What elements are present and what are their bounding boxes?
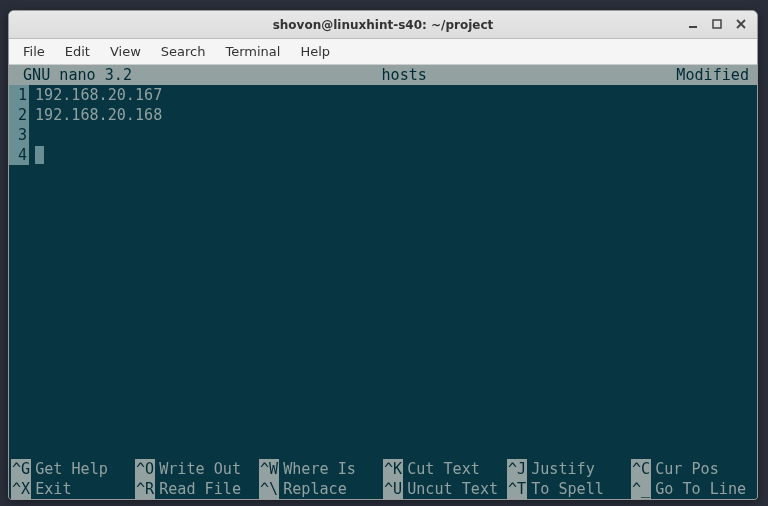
svg-rect-0 (689, 26, 697, 28)
maximize-button[interactable] (705, 13, 729, 35)
titlebar[interactable]: shovon@linuxhint-s40: ~/project (9, 11, 757, 39)
shortcut-key: ^G (11, 459, 31, 479)
line-number: 2 (9, 105, 29, 125)
nano-shortcut: ^XExit (11, 479, 135, 499)
shortcut-key: ^K (383, 459, 403, 479)
nano-filename: hosts (132, 65, 676, 85)
minimize-button[interactable] (681, 13, 705, 35)
shortcut-key: ^\ (259, 479, 279, 499)
shortcut-label: Replace (279, 479, 347, 499)
editor-area[interactable]: 1192.168.20.1672192.168.20.16834 (9, 85, 757, 459)
line-number: 3 (9, 125, 29, 145)
nano-shortcut: ^UUncut Text (383, 479, 507, 499)
nano-shortcut: ^\Replace (259, 479, 383, 499)
nano-shortcut: ^GGet Help (11, 459, 135, 479)
editor-line[interactable]: 1192.168.20.167 (9, 85, 757, 105)
nano-shortcut: ^OWrite Out (135, 459, 259, 479)
menu-file[interactable]: File (13, 41, 55, 62)
menu-terminal[interactable]: Terminal (215, 41, 290, 62)
nano-shortcut: ^TTo Spell (507, 479, 631, 499)
shortcut-label: Get Help (31, 459, 108, 479)
nano-shortcut: ^_Go To Line (631, 479, 755, 499)
shortcut-label: Where Is (279, 459, 356, 479)
nano-footer: ^GGet Help^OWrite Out^WWhere Is^KCut Tex… (9, 459, 757, 499)
maximize-icon (712, 19, 722, 29)
menubar: File Edit View Search Terminal Help (9, 39, 757, 65)
menu-view[interactable]: View (100, 41, 151, 62)
shortcut-key: ^O (135, 459, 155, 479)
nano-shortcut: ^CCur Pos (631, 459, 755, 479)
nano-version: GNU nano 3.2 (13, 65, 132, 85)
editor-line[interactable]: 2192.168.20.168 (9, 105, 757, 125)
text-cursor (35, 146, 44, 164)
editor-line[interactable]: 4 (9, 145, 757, 165)
close-button[interactable] (729, 13, 753, 35)
shortcut-label: Exit (31, 479, 71, 499)
menu-search[interactable]: Search (151, 41, 216, 62)
terminal-area[interactable]: GNU nano 3.2 hosts Modified 1192.168.20.… (9, 65, 757, 499)
footer-row-1: ^GGet Help^OWrite Out^WWhere Is^KCut Tex… (11, 459, 755, 479)
line-text: 192.168.20.168 (29, 105, 162, 125)
menu-help[interactable]: Help (290, 41, 340, 62)
shortcut-label: Write Out (155, 459, 241, 479)
shortcut-label: Justify (527, 459, 595, 479)
minimize-icon (688, 19, 698, 29)
nano-header: GNU nano 3.2 hosts Modified (9, 65, 757, 85)
line-text: 192.168.20.167 (29, 85, 162, 105)
nano-shortcut: ^WWhere Is (259, 459, 383, 479)
terminal-window: shovon@linuxhint-s40: ~/project File Edi… (8, 10, 758, 500)
shortcut-label: To Spell (527, 479, 604, 499)
nano-shortcut: ^RRead File (135, 479, 259, 499)
shortcut-key: ^R (135, 479, 155, 499)
shortcut-label: Go To Line (651, 479, 746, 499)
shortcut-key: ^T (507, 479, 527, 499)
shortcut-key: ^J (507, 459, 527, 479)
close-icon (736, 19, 746, 29)
svg-rect-1 (713, 20, 721, 28)
footer-row-2: ^XExit^RRead File^\Replace^UUncut Text^T… (11, 479, 755, 499)
nano-modified: Modified (676, 65, 753, 85)
line-number: 4 (9, 145, 29, 165)
shortcut-label: Cut Text (403, 459, 480, 479)
nano-shortcut: ^JJustify (507, 459, 631, 479)
shortcut-label: Uncut Text (403, 479, 498, 499)
window-title: shovon@linuxhint-s40: ~/project (273, 18, 494, 32)
line-number: 1 (9, 85, 29, 105)
shortcut-key: ^W (259, 459, 279, 479)
shortcut-key: ^U (383, 479, 403, 499)
window-controls (681, 13, 753, 35)
nano-shortcut: ^KCut Text (383, 459, 507, 479)
line-text (29, 125, 35, 145)
shortcut-key: ^C (631, 459, 651, 479)
line-text (29, 145, 44, 165)
shortcut-key: ^X (11, 479, 31, 499)
editor-line[interactable]: 3 (9, 125, 757, 145)
menu-edit[interactable]: Edit (55, 41, 100, 62)
shortcut-label: Read File (155, 479, 241, 499)
shortcut-key: ^_ (631, 479, 651, 499)
shortcut-label: Cur Pos (651, 459, 719, 479)
